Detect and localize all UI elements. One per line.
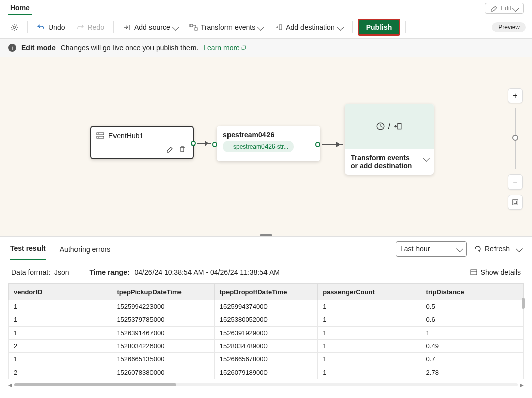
connector — [197, 143, 211, 144]
chevron-down-icon — [512, 4, 519, 11]
node-source[interactable]: EventHub1 — [90, 126, 194, 159]
undo-button[interactable]: Undo — [33, 21, 69, 33]
vertical-scrollbar[interactable] — [522, 298, 525, 309]
table-row[interactable]: 11525379785000152538005200010.6 — [9, 313, 524, 327]
table-cell: 1 — [318, 353, 421, 366]
banner-mode: Edit mode — [21, 44, 56, 52]
time-range-value: 04/26/24 10:38:54 AM - 04/26/24 11:38:54… — [135, 268, 280, 276]
table-row[interactable]: 21526078380000152607918900012.78 — [9, 366, 524, 379]
redo-icon — [76, 23, 84, 31]
table-header-row: vendorID tpepPickupDateTime tpepDropoffD… — [9, 284, 524, 300]
scroll-right-arrow[interactable]: ▶ — [520, 382, 524, 388]
learn-more-link[interactable]: Learn more — [203, 44, 247, 52]
divider — [352, 21, 353, 33]
add-source-button[interactable]: Add source — [119, 21, 182, 33]
zoom-slider[interactable] — [515, 108, 516, 169]
trash-icon[interactable] — [178, 145, 186, 153]
svg-rect-9 — [398, 123, 401, 129]
time-range-select[interactable]: Last hour — [396, 241, 467, 257]
redo-label: Redo — [87, 23, 104, 31]
info-icon: i — [8, 44, 16, 52]
table-row[interactable]: 11526665135000152666567800010.7 — [9, 353, 524, 366]
table-cell: 2.78 — [421, 366, 523, 379]
chevron-down-icon — [456, 245, 463, 252]
scrollbar-thumb[interactable] — [14, 383, 176, 386]
edit-button[interactable]: Edit — [485, 3, 524, 14]
table-cell: 1525994374000 — [214, 300, 317, 313]
pencil-icon — [490, 4, 499, 12]
transform-events-label: Transform events — [201, 23, 255, 31]
details-icon — [470, 268, 478, 276]
svg-point-0 — [13, 26, 16, 28]
table-cell: 0.7 — [421, 353, 523, 366]
canvas[interactable]: EventHub1 spestream0426 spestream0426-st… — [0, 57, 532, 236]
settings-button[interactable] — [6, 21, 22, 33]
node-source-title: EventHub1 — [108, 132, 143, 140]
refresh-icon — [474, 245, 482, 253]
column-header[interactable]: tripDistance — [421, 284, 523, 300]
zoom-thumb[interactable] — [512, 135, 518, 141]
pencil-icon[interactable] — [166, 145, 174, 153]
undo-label: Undo — [48, 23, 65, 31]
table-cell: 0.49 — [421, 340, 523, 353]
chevron-down-icon — [172, 23, 179, 30]
node-stream[interactable]: spestream0426 spestream0426-str... — [217, 126, 320, 161]
table-cell: 1528034789000 — [214, 340, 317, 353]
add-destination-label: Add destination — [286, 23, 335, 31]
undo-icon — [37, 23, 45, 31]
column-header[interactable]: vendorID — [9, 284, 111, 300]
svg-rect-11 — [514, 201, 516, 203]
stream-pill[interactable]: spestream0426-str... — [223, 141, 294, 152]
svg-rect-10 — [513, 200, 518, 205]
port-input[interactable] — [212, 142, 217, 147]
table-row[interactable]: 11526391467000152639192900011 — [9, 327, 524, 340]
table-cell: 1 — [318, 340, 421, 353]
data-grid: vendorID tpepPickupDateTime tpepDropoffD… — [8, 283, 524, 379]
tab-authoring-errors[interactable]: Authoring errors — [60, 238, 110, 260]
table-cell: 1 — [318, 366, 421, 379]
eventhub-icon — [96, 132, 104, 140]
table-cell: 1 — [9, 327, 111, 340]
collapse-panel-chevron[interactable] — [516, 245, 523, 252]
show-details-button[interactable]: Show details — [470, 268, 521, 276]
table-row[interactable]: 11525994223000152599437400010.5 — [9, 300, 524, 313]
publish-button[interactable]: Publish — [358, 19, 401, 36]
edit-mode-banner: i Edit mode Changes will go live once yo… — [0, 39, 532, 57]
banner-message: Changes will go live once you publish th… — [61, 44, 199, 52]
refresh-button[interactable]: Refresh — [474, 245, 510, 253]
add-destination-button[interactable]: Add destination — [271, 21, 347, 33]
table-row[interactable]: 21528034226000152803478900010.49 — [9, 340, 524, 353]
zoom-in-button[interactable]: + — [508, 88, 523, 103]
transform-events-button[interactable]: Transform events — [185, 21, 268, 33]
external-link-icon — [241, 45, 247, 51]
port-output[interactable] — [191, 141, 196, 146]
table-cell: 1526079189000 — [214, 366, 317, 379]
svg-rect-12 — [471, 270, 477, 275]
panel-resize-handle[interactable] — [260, 234, 272, 236]
divider — [405, 21, 406, 33]
table-cell: 1526391929000 — [214, 327, 317, 340]
column-header[interactable]: tpepPickupDateTime — [111, 284, 214, 300]
toolbar: Undo Redo Add source Transform events Ad… — [0, 16, 532, 39]
data-format-label: Data format: — [11, 268, 50, 276]
svg-rect-1 — [190, 24, 193, 27]
table-cell: 0.6 — [421, 313, 523, 327]
redo-button[interactable]: Redo — [72, 21, 108, 33]
destination-prompt: Transform events or add destination — [351, 154, 412, 170]
table-cell: 1 — [9, 300, 111, 313]
horizontal-scrollbar[interactable] — [14, 383, 518, 386]
scroll-left-arrow[interactable]: ◀ — [8, 382, 12, 388]
tab-home[interactable]: Home — [8, 1, 32, 15]
node-destination-placeholder[interactable]: / Transform events or add destination — [345, 104, 434, 175]
transform-icon — [189, 23, 198, 31]
chevron-down-icon[interactable] — [423, 155, 430, 162]
chevron-down-icon — [337, 23, 344, 30]
add-source-label: Add source — [134, 23, 170, 31]
column-header[interactable]: tpepDropoffDateTime — [214, 284, 317, 300]
zoom-out-button[interactable]: − — [508, 174, 523, 190]
preview-button[interactable]: Preview — [492, 22, 526, 32]
port-output[interactable] — [315, 142, 320, 147]
fit-to-screen-button[interactable] — [508, 195, 523, 210]
tab-test-result[interactable]: Test result — [10, 237, 46, 260]
column-header[interactable]: passengerCount — [318, 284, 421, 300]
